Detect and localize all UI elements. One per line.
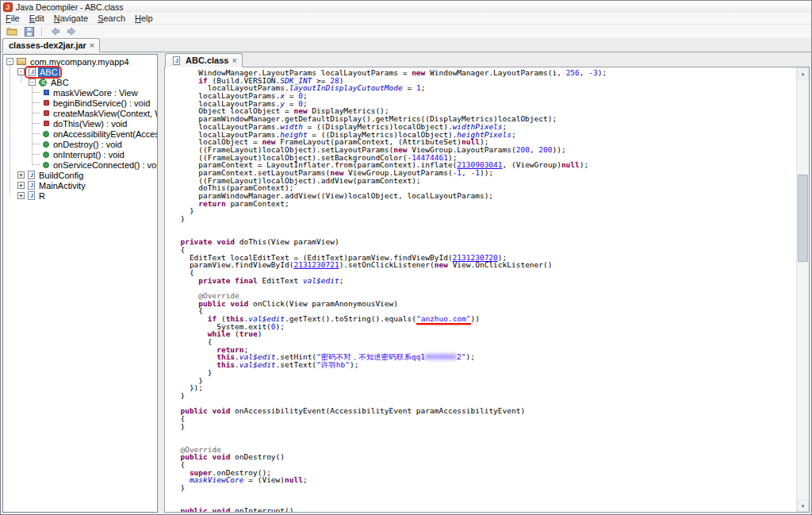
code-line: public void onInterrupt() bbox=[171, 507, 796, 512]
close-icon[interactable]: × bbox=[232, 57, 236, 64]
tree-node-content: com.mycompany.myapp4 bbox=[15, 57, 131, 67]
code-tab-bar: ABC.class × bbox=[164, 54, 810, 67]
code-token: = (View) bbox=[244, 475, 285, 484]
method-private-icon bbox=[44, 100, 49, 106]
tree-node-content: R bbox=[26, 191, 47, 201]
menu-file[interactable]: File bbox=[1, 13, 25, 24]
tree-label: onDestroy() : void bbox=[52, 140, 124, 149]
menu-help[interactable]: Help bbox=[130, 13, 158, 24]
tree-node-r[interactable]: +R bbox=[3, 190, 157, 201]
tree-label: onAccessibilityEvent(AccessibilityE bbox=[52, 129, 158, 139]
tree-label: maskViewCore : View bbox=[52, 88, 140, 98]
tree-node-abc[interactable]: -ABC bbox=[3, 77, 157, 87]
tree-node-maskviewcore-view[interactable]: maskViewCore : View bbox=[3, 87, 157, 98]
tree-node-createmaskview-context-window[interactable]: createMaskView(Context, Window bbox=[3, 108, 157, 118]
code-token: return bbox=[198, 199, 225, 208]
panel-splitter[interactable] bbox=[158, 52, 164, 514]
code-line bbox=[171, 223, 796, 231]
tree-node-beginbindservice-void[interactable]: beginBindService() : void bbox=[3, 98, 157, 108]
tree-node-onaccessibilityevent-accessibilitye[interactable]: onAccessibilityEvent(AccessibilityE bbox=[3, 129, 157, 139]
tree-node-dothis-view-void[interactable]: doThis(View) : void bbox=[3, 118, 157, 129]
tree-label: onServiceConnected() : void bbox=[52, 160, 158, 170]
tree-node-content: onServiceConnected() : void bbox=[40, 160, 158, 170]
tree-node-content: beginBindService() : void bbox=[40, 98, 151, 108]
code-token: maskViewCore bbox=[190, 475, 244, 484]
code-token: -3 bbox=[588, 68, 597, 77]
save-button[interactable] bbox=[21, 25, 37, 38]
open-file-button[interactable] bbox=[3, 25, 20, 38]
code-line: paramView.findViewById(2131230721).setOn… bbox=[171, 261, 796, 269]
collapse-icon[interactable]: - bbox=[6, 58, 13, 65]
code-token: paramContext; bbox=[226, 199, 289, 208]
menu-search[interactable]: Search bbox=[93, 13, 130, 24]
resource-id-link[interactable]: 2131230721 bbox=[293, 260, 339, 269]
code-line: { bbox=[171, 338, 796, 346]
code-token: onAccessibilityEvent(AccessibilityEvent … bbox=[230, 406, 525, 415]
java-file-icon bbox=[28, 181, 35, 190]
menu-edit[interactable]: Edit bbox=[25, 13, 49, 24]
code-token: ; bbox=[511, 130, 516, 139]
forward-button[interactable] bbox=[63, 25, 80, 38]
tree-label: MainActivity bbox=[37, 181, 87, 190]
code-line: }); bbox=[171, 384, 796, 392]
code-token: , bbox=[530, 145, 538, 154]
tree-node-ondestroy-void[interactable]: onDestroy() : void bbox=[3, 139, 157, 149]
tree-node-content: onInterrupt() : void bbox=[40, 150, 126, 159]
code-panel: ABC.class × WindowManager.LayoutParams l… bbox=[164, 54, 810, 513]
tree-connector bbox=[33, 123, 40, 124]
scrollbar-thumb[interactable] bbox=[798, 175, 808, 262]
package-tree: -com.mycompany.myapp4-ABC-ABCmaskViewCor… bbox=[3, 55, 157, 201]
tree-node-oninterrupt-void[interactable]: onInterrupt() : void bbox=[3, 149, 157, 159]
code-token: EditText bbox=[258, 276, 303, 285]
back-arrow-icon bbox=[49, 26, 60, 37]
expand-icon[interactable]: + bbox=[17, 192, 25, 199]
tree-node-mainactivity[interactable]: +MainActivity bbox=[3, 180, 157, 190]
tree-node-com-mycompany-myapp4[interactable]: -com.mycompany.myapp4 bbox=[3, 56, 157, 67]
menu-navigate[interactable]: Navigate bbox=[49, 13, 93, 24]
tree-node-abc[interactable]: -ABC bbox=[3, 67, 157, 77]
code-editor[interactable]: WindowManager.LayoutParams localLayoutPa… bbox=[165, 67, 796, 512]
tree-connector bbox=[33, 144, 40, 144]
code-line: while (true) bbox=[171, 330, 796, 338]
tab-classes-dex2jar[interactable]: classes-dex2jar.jar × bbox=[2, 38, 100, 52]
code-line: } bbox=[171, 369, 796, 377]
code-line: System.exit(0); bbox=[171, 323, 796, 331]
code-token: ); bbox=[598, 68, 607, 77]
code-token: .setText( bbox=[276, 360, 316, 369]
collapse-icon[interactable]: - bbox=[29, 79, 36, 86]
tree-node-content: onAccessibilityEvent(AccessibilityE bbox=[40, 129, 158, 139]
code-token: 200 bbox=[516, 145, 530, 154]
redacted-qq-number: 8888888 bbox=[425, 352, 457, 361]
collapse-icon[interactable]: - bbox=[17, 68, 25, 75]
code-scrollbar[interactable]: ▲ ▼ bbox=[796, 67, 809, 512]
code-token: ; bbox=[421, 83, 426, 92]
back-button[interactable] bbox=[46, 25, 63, 38]
code-token: ); bbox=[350, 360, 358, 369]
menu-bar: FileEditNavigateSearchHelp bbox=[1, 13, 811, 25]
tab-abc-class[interactable]: ABC.class × bbox=[165, 53, 243, 67]
expand-icon[interactable]: + bbox=[17, 171, 25, 179]
expand-icon[interactable]: + bbox=[17, 182, 25, 189]
anzhuo-string-red-underline: "anzhuo.com" bbox=[416, 314, 471, 323]
code-token: 256 bbox=[566, 68, 580, 77]
tree-label: doThis(View) : void bbox=[52, 119, 128, 129]
scroll-up-icon[interactable]: ▲ bbox=[797, 67, 809, 79]
code-token: onDestroy() bbox=[230, 452, 285, 461]
code-token: ; bbox=[339, 276, 344, 285]
tree-guide bbox=[32, 87, 33, 165]
package-icon bbox=[17, 58, 26, 65]
close-icon[interactable]: × bbox=[90, 42, 94, 49]
tree-node-buildconfig[interactable]: +BuildConfig bbox=[3, 170, 157, 180]
code-line bbox=[171, 284, 796, 292]
code-token: ; bbox=[303, 475, 308, 484]
code-line: } bbox=[171, 484, 796, 492]
java-file-icon bbox=[173, 56, 180, 65]
jd-gui-window: J Java Decompiler - ABC.class FileEditNa… bbox=[0, 0, 812, 515]
tree-node-onserviceconnected-void[interactable]: onServiceConnected() : void bbox=[3, 159, 157, 170]
code-token: ).setOnClickListener( bbox=[339, 260, 435, 269]
scrollbar-track[interactable] bbox=[797, 79, 809, 500]
scroll-down-icon[interactable]: ▼ bbox=[797, 500, 809, 512]
svg-text:J: J bbox=[6, 3, 10, 11]
code-token: public void bbox=[198, 299, 248, 308]
forward-arrow-icon bbox=[67, 26, 78, 37]
